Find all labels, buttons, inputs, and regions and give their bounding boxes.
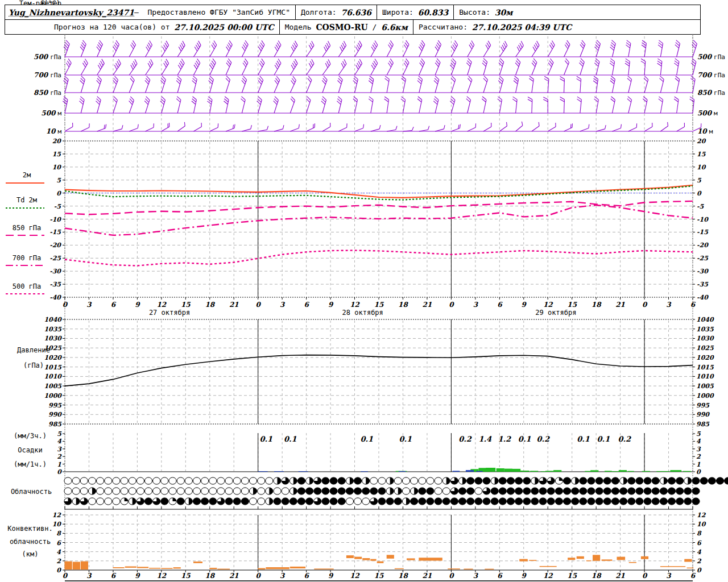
temp-series-2м <box>65 185 693 198</box>
cloud-cover-symbol <box>297 477 305 484</box>
num-label: 1010 <box>44 373 62 380</box>
cloud-cover-symbol <box>491 488 498 494</box>
hour-label: 18 <box>205 572 215 580</box>
cloud-cover-symbol <box>346 498 353 505</box>
cloudiness-rows <box>64 477 728 505</box>
hour-label: 12 <box>350 301 360 309</box>
num-label: 995 <box>696 402 710 409</box>
num-label: 5 <box>696 430 701 438</box>
cloud-cover-symbol <box>338 498 345 505</box>
precipitation-bars: 0.10.10.10.10.21.41.20.10.20.10.10.2 <box>258 435 691 472</box>
convective-cloud-bar <box>370 559 376 561</box>
cloud-cover-symbol <box>233 498 241 505</box>
cloud-cover-symbol <box>563 488 570 494</box>
cloud-cover-fill <box>269 488 273 494</box>
hour-label: 18 <box>398 572 408 580</box>
cloud-cover-symbol <box>547 488 555 494</box>
forecast-start-time: 27.10.2025 00:00 UTC <box>174 23 274 32</box>
latitude-label: Широта: <box>382 8 413 16</box>
cloud-cover-symbol <box>129 477 136 484</box>
num-label: 10 <box>697 521 706 528</box>
num-label: -10 <box>49 216 61 223</box>
precip-bar <box>497 468 504 472</box>
precip-bar <box>585 471 591 472</box>
num-label: 1020 <box>696 354 714 361</box>
hour-label: 3 <box>666 572 672 580</box>
precip-bar <box>453 471 460 472</box>
precip-bar <box>670 470 681 472</box>
cloud-cover-symbol <box>274 498 281 505</box>
cloud-cover-symbol <box>427 477 434 484</box>
hour-label: 3 <box>86 572 92 580</box>
hour-label: 15 <box>567 572 577 580</box>
convective-cloud-bar <box>602 559 613 560</box>
cloud-cover-symbol <box>491 498 498 505</box>
cloud-cover-fill <box>125 498 129 501</box>
num-label: 10 <box>52 164 62 171</box>
cloud-cover-symbol <box>442 498 450 505</box>
num-label: -5 <box>54 203 62 210</box>
num-label: -15 <box>49 228 61 236</box>
num-label: -35 <box>49 281 61 288</box>
cloud-cover-symbol <box>209 498 217 505</box>
wind-level-label-left: 850гПа <box>34 89 61 97</box>
hour-label: 0 <box>642 301 648 309</box>
cloud-cover-symbol <box>692 488 700 494</box>
cloud-cover-symbol <box>507 477 514 484</box>
cloud-cover-symbol <box>563 477 570 484</box>
altitude-label: Высота: <box>459 8 490 16</box>
num-label: -30 <box>697 268 709 275</box>
cloud-cover-fill <box>309 477 313 484</box>
hour-label: 18 <box>592 572 602 580</box>
precip-bar <box>512 469 520 472</box>
hour-label: 9 <box>328 301 334 309</box>
hour-label: 15 <box>181 572 191 580</box>
convective-label-1: Конвективн. <box>0 525 60 533</box>
cloud-cover-symbol <box>411 477 418 484</box>
num-label: 1020 <box>44 354 62 361</box>
cloud-cover-fill <box>535 477 539 484</box>
num-label: -35 <box>697 281 709 288</box>
cloud-cover-symbol <box>676 498 684 505</box>
cloud-cover-symbol <box>620 488 627 494</box>
cloud-cover-symbol <box>64 488 72 494</box>
cloud-cover-symbol <box>306 498 313 505</box>
num-label: 15 <box>697 151 706 158</box>
precip-bar <box>399 471 406 472</box>
hour-label: 0 <box>63 301 68 309</box>
cloud-cover-symbol <box>652 477 659 484</box>
cloud-cover-symbol <box>64 477 72 484</box>
hour-label: 18 <box>205 301 215 309</box>
convective-cloud-bar <box>113 567 124 568</box>
cloud-cover-symbol <box>346 488 353 494</box>
convective-cloud-bar <box>687 568 694 569</box>
cloud-cover-symbol <box>523 488 531 494</box>
cloud-cover-symbol <box>595 498 603 505</box>
cloud-cover-symbol <box>209 477 217 484</box>
cloud-cover-symbol <box>435 498 442 505</box>
precip-bar <box>590 470 598 472</box>
convective-cloud-bar <box>629 562 636 563</box>
temp-legend-label-700: 700 гПа <box>2 255 51 262</box>
num-label: 8 <box>697 530 702 537</box>
num-label: 20 <box>697 138 706 145</box>
num-label: 15 <box>52 151 62 158</box>
preciplbl-label: 0.1 <box>260 435 273 443</box>
precip-bar <box>504 469 512 472</box>
cloud-cover-fill <box>575 477 579 484</box>
convective-cloud-bar <box>540 566 557 567</box>
convective-cloud-bar <box>258 568 265 569</box>
num-label: 20 <box>52 138 62 145</box>
cloud-section-title: Облачность <box>0 488 63 496</box>
separator <box>377 5 377 19</box>
preciplbl-label: 1.4 <box>479 435 493 443</box>
cloud-cover-symbol <box>402 477 410 484</box>
convective-cloud-bar <box>660 566 685 567</box>
cloud-cover-symbol <box>322 488 329 494</box>
cloud-cover-symbol <box>97 488 104 494</box>
cloud-cover-symbol <box>338 488 345 494</box>
cloud-cover-symbol <box>539 488 547 494</box>
cloud-cover-symbol <box>217 477 225 484</box>
num-label: 1005 <box>44 383 62 390</box>
hour-label: 12 <box>543 572 553 580</box>
